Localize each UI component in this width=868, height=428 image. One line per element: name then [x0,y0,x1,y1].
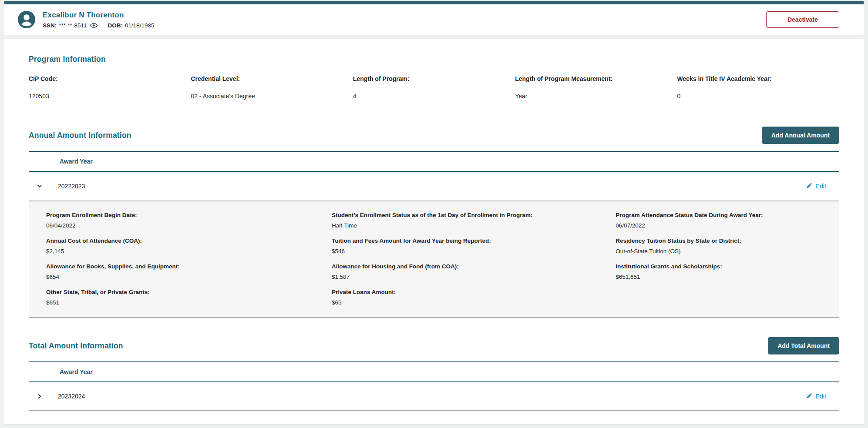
add-total-amount-button[interactable]: Add Total Amount [768,337,839,354]
detail-private-loans: Private Loans Amount: $65 [332,289,616,306]
annual-table-header: Award Year [29,151,839,172]
field-label-cip-code: CIP Code: [29,75,191,82]
annual-award-year-header: Award Year [60,158,93,165]
field-value-weeks-title-iv: 0 [677,93,839,100]
program-info-title: Program Information [29,55,839,64]
deactivate-button[interactable]: Deactivate [766,11,839,28]
program-info-grid: CIP Code: Credential Level: Length of Pr… [29,75,839,100]
ssn-label: SSN: [43,22,57,29]
detail-enrollment-begin-date: Program Enrollment Begin Date: 06/04/202… [46,212,332,229]
total-award-year-row[interactable]: 20232024 Edit [29,382,839,411]
annual-amount-title: Annual Amount Information [29,131,131,140]
detail-annual-coa: Annual Cost of Attendance (COA): $2,145 [46,237,332,254]
field-label-length-of-program: Length of Program: [353,75,515,82]
annual-edit-link[interactable]: Edit [806,182,826,190]
annual-award-year-value: 20222023 [58,183,85,190]
chevron-right-icon[interactable] [37,394,43,399]
eye-icon[interactable] [90,23,98,28]
student-identity: Excalibur N Thorenton SSN: ***-**-8511 D… [17,10,158,29]
detail-other-grants: Other State, Tribal, or Private Grants: … [46,289,332,306]
annual-award-year-row[interactable]: 20222023 Edit [29,172,839,201]
field-value-length-measurement: Year [515,93,677,100]
student-name: Excalibur N Thorenton [43,11,158,20]
detail-attendance-status-date: Program Attendance Status Date During Aw… [616,212,835,229]
total-award-year-header: Award Year [60,368,93,375]
annual-edit-label: Edit [815,183,826,190]
pencil-icon [806,182,813,190]
detail-institutional-grants: Institutional Grants and Scholarships: $… [616,263,835,280]
dob-value: 01/18/1985 [125,22,155,29]
field-value-credential-level: 02 - Associate's Degree [191,93,353,100]
total-award-year-value: 20232024 [58,393,85,400]
dob-label: DOB: [108,22,123,29]
annual-detail-panel: Program Enrollment Begin Date: 06/04/202… [29,201,839,318]
detail-housing-food: Allowance for Housing and Food (from COA… [332,263,616,280]
detail-enrollment-status: Student’s Enrollment Status as of the 1s… [332,212,616,229]
total-amount-title: Total Amount Information [29,341,123,351]
chevron-down-icon[interactable] [37,184,43,189]
student-header-card: Excalibur N Thorenton SSN: ***-**-8511 D… [4,1,864,35]
field-label-length-measurement: Length of Program Measurement: [515,75,677,82]
total-edit-label: Edit [815,393,826,400]
field-label-weeks-title-iv: Weeks in Title IV Academic Year: [677,75,839,82]
page: Excalibur N Thorenton SSN: ***-**-8511 D… [0,0,868,428]
detail-empty-cell [616,289,835,306]
total-amount-table: Award Year 20232024 Edit [29,361,839,411]
total-table-header: Award Year [29,361,839,382]
detail-residency-tuition-status: Residency Tuition Status by State or Dis… [616,237,835,254]
ssn-value: ***-**-8511 [59,22,87,29]
field-value-length-of-program: 4 [353,93,515,100]
annual-amount-section-head: Annual Amount Information Add Annual Amo… [29,127,839,144]
total-edit-link[interactable]: Edit [806,392,826,400]
main-card: Program Information CIP Code: Credential… [4,39,864,424]
field-label-credential-level: Credential Level: [191,75,353,82]
field-value-cip-code: 120503 [29,93,191,100]
total-amount-section-head: Total Amount Information Add Total Amoun… [29,337,839,354]
add-annual-amount-button[interactable]: Add Annual Amount [762,127,839,144]
avatar [17,10,36,29]
detail-tuition-fees: Tuition and Fees Amount for Award Year b… [332,237,616,254]
detail-books-supplies: Allowance for Books, Supplies, and Equip… [46,263,332,280]
annual-amount-table: Award Year 20222023 Edit [29,151,839,318]
pencil-icon [806,392,813,400]
